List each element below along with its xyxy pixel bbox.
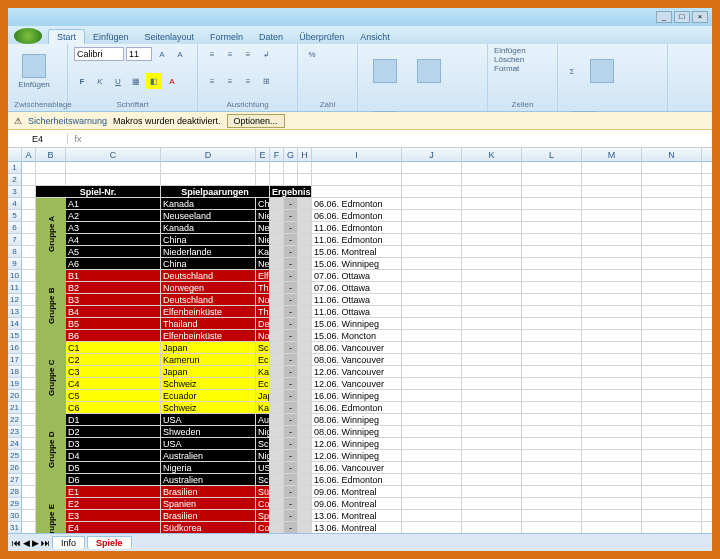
cell[interactable] (462, 462, 522, 474)
result1[interactable] (270, 246, 284, 258)
cell[interactable] (402, 258, 462, 270)
result2[interactable] (298, 474, 312, 486)
cell[interactable] (582, 270, 642, 282)
result1[interactable] (270, 222, 284, 234)
cell[interactable] (256, 162, 270, 174)
cell[interactable] (702, 186, 712, 198)
cell[interactable] (522, 378, 582, 390)
tab-ueberpruefen[interactable]: Überprüfen (291, 30, 352, 44)
cell[interactable] (66, 162, 161, 174)
tab-einfuegen[interactable]: Einfügen (85, 30, 137, 44)
cell[interactable] (402, 498, 462, 510)
cell[interactable] (22, 342, 36, 354)
cell[interactable] (22, 246, 36, 258)
cell[interactable] (22, 318, 36, 330)
close-button[interactable]: × (692, 11, 708, 23)
cell[interactable] (402, 210, 462, 222)
cell[interactable] (522, 510, 582, 522)
col-head-B[interactable]: B (36, 148, 66, 162)
cell[interactable] (402, 174, 462, 186)
minimize-button[interactable]: _ (656, 11, 672, 23)
cell[interactable] (642, 474, 702, 486)
cell[interactable] (462, 222, 522, 234)
cell[interactable] (642, 522, 702, 533)
cell[interactable] (582, 342, 642, 354)
cell[interactable] (462, 510, 522, 522)
bold-button[interactable]: F (74, 73, 90, 89)
cell[interactable] (582, 510, 642, 522)
col-head-E[interactable]: E (256, 148, 270, 162)
cell[interactable] (284, 162, 298, 174)
cell[interactable] (582, 318, 642, 330)
cell[interactable] (22, 522, 36, 533)
cell[interactable] (642, 486, 702, 498)
border-button[interactable]: ▦ (128, 73, 144, 89)
cell[interactable] (462, 282, 522, 294)
cell[interactable] (582, 234, 642, 246)
cell[interactable] (161, 162, 256, 174)
cell[interactable] (642, 402, 702, 414)
align-middle-icon[interactable]: ≡ (222, 46, 238, 62)
cell[interactable] (582, 198, 642, 210)
row-head[interactable]: 29 (8, 498, 22, 510)
cell[interactable] (702, 522, 712, 533)
cell[interactable] (702, 198, 712, 210)
col-head-M[interactable]: M (582, 148, 642, 162)
result2[interactable] (298, 318, 312, 330)
row-head[interactable]: 17 (8, 354, 22, 366)
cell[interactable] (642, 210, 702, 222)
cell[interactable] (522, 210, 582, 222)
result1[interactable] (270, 366, 284, 378)
fill-color-button[interactable]: ◧ (146, 73, 162, 89)
cell[interactable] (702, 174, 712, 186)
cell[interactable] (462, 270, 522, 282)
result2[interactable] (298, 210, 312, 222)
cell[interactable] (22, 390, 36, 402)
conditional-format-button[interactable] (364, 46, 406, 96)
paste-button[interactable]: Einfügen (14, 46, 54, 96)
cell[interactable] (462, 306, 522, 318)
cell[interactable] (522, 474, 582, 486)
sheet-tab-spiele[interactable]: Spiele (87, 536, 132, 549)
cell[interactable] (522, 498, 582, 510)
cell[interactable] (522, 222, 582, 234)
cell[interactable] (522, 246, 582, 258)
format-cells-button[interactable]: Format (494, 64, 551, 73)
cell[interactable] (582, 330, 642, 342)
row-head[interactable]: 16 (8, 342, 22, 354)
result1[interactable] (270, 390, 284, 402)
cell[interactable] (702, 270, 712, 282)
row-head[interactable]: 23 (8, 426, 22, 438)
cell[interactable] (402, 510, 462, 522)
row-head[interactable]: 25 (8, 450, 22, 462)
cell[interactable] (312, 174, 402, 186)
col-head-F[interactable]: F (270, 148, 284, 162)
col-head-A[interactable]: A (22, 148, 36, 162)
row-head[interactable]: 26 (8, 462, 22, 474)
cell[interactable] (522, 174, 582, 186)
row-head[interactable]: 24 (8, 438, 22, 450)
col-head-N[interactable]: N (642, 148, 702, 162)
col-head-I[interactable]: I (312, 148, 402, 162)
result1[interactable] (270, 402, 284, 414)
result1[interactable] (270, 486, 284, 498)
cell[interactable] (642, 462, 702, 474)
cell[interactable] (402, 342, 462, 354)
cell[interactable] (462, 522, 522, 533)
cell[interactable] (642, 390, 702, 402)
result2[interactable] (298, 294, 312, 306)
result2[interactable] (298, 270, 312, 282)
cell[interactable] (642, 270, 702, 282)
result2[interactable] (298, 234, 312, 246)
cell[interactable] (402, 462, 462, 474)
tab-nav-prev[interactable]: ◀ (23, 538, 30, 548)
cell[interactable] (702, 486, 712, 498)
cell[interactable] (582, 306, 642, 318)
cell[interactable] (284, 174, 298, 186)
cell[interactable] (312, 162, 402, 174)
cell[interactable] (402, 354, 462, 366)
cell[interactable] (642, 162, 702, 174)
cell[interactable] (522, 162, 582, 174)
cell[interactable] (462, 498, 522, 510)
result2[interactable] (298, 450, 312, 462)
